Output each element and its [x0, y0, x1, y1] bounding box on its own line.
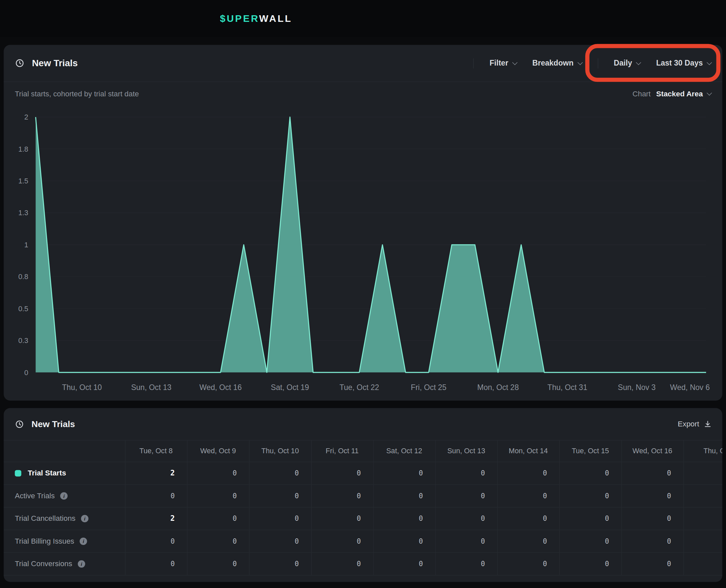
value-cell: 0	[559, 484, 621, 507]
value-cell: 0	[373, 462, 435, 484]
value-cell: 0	[311, 552, 373, 575]
value-cell: 0	[373, 507, 435, 529]
row-label-column-header	[4, 440, 125, 462]
value-cell: 0	[621, 462, 683, 484]
date-column-header: Tue, Oct 15	[559, 440, 621, 462]
value-cell: 2	[125, 462, 187, 484]
value-cell: 0	[435, 462, 497, 484]
value-cell: 0	[435, 530, 497, 552]
download-icon	[704, 420, 711, 427]
superwall-logo: $UPERWALL	[220, 13, 292, 24]
y-tick-label: 0.8	[18, 272, 28, 281]
chevron-down-icon	[707, 90, 712, 96]
chart-type-value: Stacked Area	[656, 90, 703, 98]
chevron-down-icon	[577, 60, 583, 65]
info-icon[interactable]: i	[60, 492, 67, 499]
table-row: Trial Billing Issuesi000000000	[4, 530, 722, 552]
value-cell: 0	[559, 552, 621, 575]
y-tick-label: 0.3	[18, 336, 28, 345]
date-column-header: Thu, O	[683, 440, 722, 462]
info-icon[interactable]: i	[81, 515, 88, 522]
history-clock-icon	[15, 58, 24, 68]
value-cell: 0	[621, 530, 683, 552]
chart-type-label: Chart	[632, 90, 651, 98]
chart-card-header: New Trials Filter Breakdown Daily	[4, 45, 722, 82]
value-cell: 0	[373, 484, 435, 507]
row-label-cell: Trial Starts	[4, 462, 125, 484]
value-cell: 0	[249, 530, 311, 552]
logo-accent: $UPER	[220, 13, 259, 23]
value-cell: 0	[497, 507, 559, 529]
info-icon[interactable]: i	[80, 537, 87, 545]
value-cell: 0	[559, 507, 621, 529]
y-tick-label: 0.5	[18, 304, 28, 313]
x-tick-label: Sun, Nov 3	[618, 383, 656, 392]
date-column-header: Thu, Oct 10	[249, 440, 311, 462]
chart-subtitle: Trial starts, cohorted by trial start da…	[15, 90, 139, 98]
x-tick-label: Wed, Oct 16	[200, 383, 242, 392]
row-label-cell: Trial Billing Issuesi	[4, 530, 125, 552]
value-cell: 0	[559, 462, 621, 484]
value-cell: 0	[373, 530, 435, 552]
chevron-down-icon	[707, 60, 712, 65]
chevron-down-icon	[636, 60, 641, 65]
app-root: $UPERWALL New Trials Filter Breakdown	[0, 0, 726, 588]
table-row: Trial Cancellationsi200000000	[4, 507, 722, 529]
interval-dropdown[interactable]: Daily	[614, 59, 640, 67]
row-label-cell: Trial Cancellationsi	[4, 507, 125, 529]
chevron-down-icon	[512, 60, 518, 65]
filter-dropdown[interactable]: Filter	[489, 59, 517, 67]
header-divider	[598, 58, 598, 68]
header-divider	[473, 58, 474, 68]
value-cell: 0	[435, 507, 497, 529]
chart-type-dropdown[interactable]: Chart Stacked Area	[632, 90, 711, 98]
value-cell: 0	[497, 552, 559, 575]
new-trials-data-table: Tue, Oct 8Wed, Oct 9Thu, Oct 10Fri, Oct …	[4, 440, 722, 575]
value-cell: 0	[311, 530, 373, 552]
value-cell: 0	[435, 484, 497, 507]
new-trials-table-card: New Trials Export Tue, Oct 8Wed, Oct 9Th…	[4, 408, 722, 582]
value-cell: 0	[249, 552, 311, 575]
date-column-header: Wed, Oct 9	[187, 440, 249, 462]
y-tick-label: 1.3	[18, 209, 28, 217]
date-range-dropdown[interactable]: Last 30 Days	[656, 59, 711, 67]
row-label-cell: Active Trialsi	[4, 484, 125, 507]
table-card-header: New Trials Export	[4, 408, 722, 440]
breakdown-dropdown[interactable]: Breakdown	[532, 59, 582, 67]
x-tick-label: Mon, Oct 28	[477, 383, 519, 392]
table-row: Active Trialsi000000000	[4, 484, 722, 507]
value-cell	[683, 462, 722, 484]
y-tick-label: 1.5	[18, 177, 28, 185]
table-header-row: Tue, Oct 8Wed, Oct 9Thu, Oct 10Fri, Oct …	[4, 440, 722, 462]
value-cell: 0	[249, 507, 311, 529]
value-cell: 0	[621, 507, 683, 529]
x-tick-label: Fri, Oct 25	[411, 383, 447, 392]
value-cell: 0	[187, 462, 249, 484]
value-cell	[683, 530, 722, 552]
value-cell: 2	[125, 507, 187, 529]
filter-label: Filter	[489, 59, 508, 67]
value-cell: 0	[125, 552, 187, 575]
x-tick-label: Thu, Oct 10	[62, 383, 102, 392]
logo-rest: WALL	[259, 13, 292, 23]
export-button[interactable]: Export	[678, 420, 711, 428]
topbar: $UPERWALL	[0, 0, 726, 37]
date-column-header: Sat, Oct 12	[373, 440, 435, 462]
x-tick-label: Sat, Oct 19	[271, 383, 309, 392]
x-tick-label: Tue, Oct 22	[340, 383, 379, 392]
row-label: Trial Starts	[28, 469, 66, 477]
info-icon[interactable]: i	[78, 560, 85, 567]
value-cell: 0	[125, 530, 187, 552]
date-column-header: Tue, Oct 8	[125, 440, 187, 462]
value-cell: 0	[187, 552, 249, 575]
value-cell: 0	[435, 552, 497, 575]
x-tick-label: Sun, Oct 13	[131, 383, 172, 392]
new-trials-chart-card: New Trials Filter Breakdown Daily	[4, 45, 722, 401]
value-cell: 0	[311, 507, 373, 529]
value-cell: 0	[311, 462, 373, 484]
row-label: Trial Cancellations	[15, 514, 76, 522]
date-column-header: Fri, Oct 11	[311, 440, 373, 462]
x-tick-label: Wed, Nov 6	[670, 383, 710, 392]
series-color-swatch	[15, 470, 22, 477]
value-cell: 0	[249, 462, 311, 484]
